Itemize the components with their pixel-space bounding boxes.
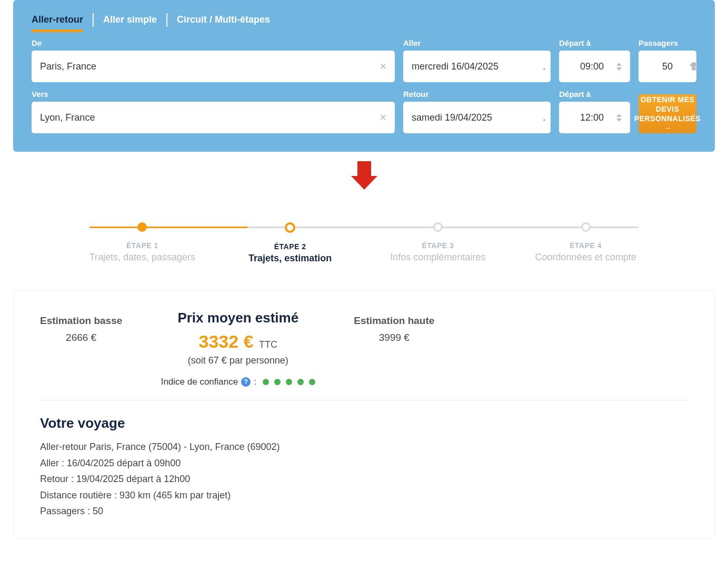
from-input[interactable]	[40, 61, 380, 72]
step-4-label: ÉTAPE 4	[512, 241, 660, 250]
confidence-row: Indice de confiance ? :	[154, 377, 322, 387]
step-circle-icon	[581, 222, 591, 232]
tab-round-trip[interactable]: Aller-retour	[32, 13, 93, 27]
progress-steps: ÉTAPE 1 Trajets, dates, passagers ÉTAPE …	[0, 196, 728, 280]
return-time-field: Départ à	[559, 90, 630, 133]
trip-summary-route: Aller-retour Paris, France (75004) - Lyo…	[40, 439, 688, 455]
step-circle-icon	[137, 222, 147, 232]
return-time-input[interactable]	[567, 112, 616, 123]
to-input[interactable]	[40, 112, 380, 123]
estimation-low-label: Estimation basse	[40, 315, 122, 327]
outbound-date-input[interactable]	[412, 61, 542, 72]
confidence-dots	[263, 379, 315, 385]
step-2-label: ÉTAPE 2	[216, 242, 364, 251]
search-form: De × Aller Départ à Pas	[32, 38, 696, 133]
return-date-field: Retour	[403, 90, 551, 133]
step-4-desc: Coordonnées et compte	[512, 252, 660, 263]
stepper-down-icon[interactable]	[616, 119, 622, 122]
step-1-desc: Trajets, dates, passagers	[68, 252, 216, 263]
step-1[interactable]: ÉTAPE 1 Trajets, dates, passagers	[68, 222, 216, 263]
trip-summary: Votre voyage Aller-retour Paris, France …	[40, 415, 688, 519]
tab-one-way[interactable]: Aller simple	[94, 13, 166, 27]
tab-multi-stage[interactable]: Circuit / Multi-étapes	[167, 13, 280, 27]
return-date-input[interactable]	[412, 112, 542, 123]
dot-icon	[297, 379, 304, 385]
stepper-up-icon[interactable]	[616, 114, 622, 117]
dot-icon	[263, 379, 269, 385]
dot-icon	[286, 379, 292, 385]
step-4[interactable]: ÉTAPE 4 Coordonnées et compte	[512, 222, 660, 263]
per-person-text: (soit 67 € par personne)	[154, 355, 322, 366]
step-1-label: ÉTAPE 1	[68, 241, 216, 250]
estimation-high: Estimation haute 3999 €	[354, 310, 434, 344]
step-3-label: ÉTAPE 3	[364, 241, 512, 250]
trip-summary-return: Retour : 19/04/2025 départ à 12h00	[40, 471, 688, 487]
step-3[interactable]: ÉTAPE 3 Infos complémentaires	[364, 222, 512, 263]
ttc-label: TTC	[259, 339, 277, 350]
estimation-card: Estimation basse 2666 € Prix moyen estim…	[13, 290, 715, 539]
stepper-down-icon[interactable]	[616, 67, 622, 71]
clear-to-icon[interactable]: ×	[380, 111, 386, 124]
step-circle-icon	[285, 222, 295, 233]
outbound-label: Aller	[403, 38, 551, 47]
outbound-time-field: Départ à	[559, 38, 630, 82]
stepper-up-icon[interactable]	[616, 63, 622, 66]
outbound-date-field: Aller	[403, 38, 551, 82]
estimation-high-label: Estimation haute	[354, 315, 434, 327]
passengers-label: Passagers	[639, 38, 696, 47]
passengers-field: Passagers	[639, 38, 696, 82]
dot-icon	[309, 379, 315, 385]
time-stepper	[616, 114, 622, 122]
depart-at-label-2: Départ à	[559, 90, 630, 99]
estimation-average-label: Prix moyen estimé	[154, 310, 322, 326]
estimation-high-value: 3999 €	[354, 332, 434, 344]
step-circle-icon	[433, 222, 443, 232]
trip-type-tabs: Aller-retour Aller simple Circuit / Mult…	[32, 13, 696, 27]
from-label: De	[32, 38, 395, 47]
estimation-low-value: 2666 €	[40, 332, 122, 344]
confidence-separator: :	[254, 377, 256, 387]
pricing-row: Estimation basse 2666 € Prix moyen estim…	[40, 310, 688, 387]
separator	[40, 400, 688, 400]
search-panel: Aller-retour Aller simple Circuit / Mult…	[13, 0, 715, 152]
estimation-average: Prix moyen estimé 3332 € TTC (soit 67 € …	[154, 310, 322, 387]
depart-at-label: Départ à	[559, 38, 630, 47]
time-stepper	[616, 63, 622, 71]
to-field: Vers ×	[32, 90, 395, 133]
from-field: De ×	[32, 38, 395, 82]
to-label: Vers	[32, 90, 395, 99]
trip-summary-passengers: Passagers : 50	[40, 503, 688, 519]
return-label: Retour	[403, 90, 551, 99]
outbound-time-input[interactable]	[567, 61, 616, 72]
trip-summary-outbound: Aller : 16/04/2025 départ à 09h00	[40, 455, 688, 472]
get-quotes-button[interactable]: OBTENIR MES DEVIS PERSONNALISÉS →	[639, 94, 696, 133]
dot-icon	[274, 379, 281, 385]
trip-summary-title: Votre voyage	[40, 415, 688, 431]
step-3-desc: Infos complémentaires	[364, 252, 512, 263]
trip-summary-distance: Distance routière : 930 km (465 km par t…	[40, 487, 688, 504]
step-2-desc: Trajets, estimation	[216, 253, 364, 264]
step-2[interactable]: ÉTAPE 2 Trajets, estimation	[216, 222, 364, 264]
info-icon[interactable]: ?	[241, 377, 251, 387]
clear-from-icon[interactable]: ×	[380, 60, 386, 73]
estimation-low: Estimation basse 2666 €	[40, 310, 122, 344]
arrow-down-icon	[351, 161, 377, 193]
passengers-input[interactable]	[647, 61, 688, 72]
estimation-average-value: 3332 €	[199, 331, 254, 352]
confidence-label: Indice de confiance	[161, 377, 238, 387]
